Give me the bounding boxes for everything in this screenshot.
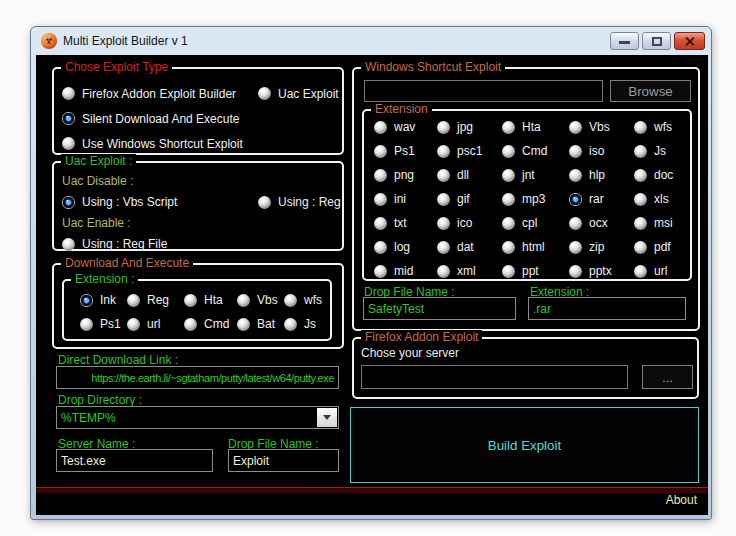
radio-icon[interactable] — [437, 241, 450, 254]
shortcut-target-input[interactable] — [364, 80, 603, 102]
radio-option-url[interactable]: url — [127, 312, 184, 336]
radio-icon[interactable] — [237, 294, 250, 307]
radio-icon[interactable] — [374, 193, 387, 206]
radio-icon[interactable] — [62, 238, 75, 251]
radio-option-ps1[interactable]: Ps1 — [374, 139, 437, 163]
radio-option-ini[interactable]: ini — [374, 187, 437, 211]
radio-icon[interactable] — [634, 265, 647, 278]
radio-option-using-reg-file[interactable]: Using : Reg File — [62, 232, 258, 256]
radio-option-dll[interactable]: dll — [437, 163, 502, 187]
drop-file-name-input[interactable]: Exploit — [228, 449, 339, 472]
radio-icon[interactable] — [374, 145, 387, 158]
drop-directory-dropdown[interactable]: %TEMP% — [56, 406, 339, 429]
radio-icon[interactable] — [284, 318, 297, 331]
radio-option-jnt[interactable]: jnt — [502, 163, 569, 187]
radio-option-msi[interactable]: msi — [634, 211, 690, 235]
radio-icon[interactable] — [569, 265, 582, 278]
radio-option-using-reg[interactable]: Using : Reg — [258, 190, 342, 214]
radio-option-hta[interactable]: Hta — [184, 288, 237, 312]
radio-option-doc[interactable]: doc — [634, 163, 690, 187]
radio-icon[interactable] — [569, 241, 582, 254]
radio-option-xls[interactable]: xls — [634, 187, 690, 211]
radio-option-uac-exploit[interactable]: Uac Exploit — [258, 81, 342, 106]
radio-icon[interactable] — [80, 318, 93, 331]
radio-option-pdf[interactable]: pdf — [634, 235, 690, 259]
radio-icon[interactable] — [62, 87, 75, 100]
direct-download-link-input[interactable]: https://the.earth.li/~sgtatham/putty/lat… — [56, 366, 339, 389]
radio-option-log[interactable]: log — [374, 235, 437, 259]
radio-icon[interactable] — [502, 217, 515, 230]
server-name-input[interactable]: Test.exe — [56, 449, 213, 472]
title-bar[interactable]: ☣ Multi Exploit Builder v 1 — [31, 27, 711, 55]
build-exploit-button[interactable]: Build Exploit — [350, 407, 699, 483]
wse-drop-file-name-input[interactable]: SafetyTest — [363, 297, 516, 320]
radio-option-hta[interactable]: Hta — [502, 115, 569, 139]
about-link[interactable]: About — [666, 493, 697, 507]
radio-selected-icon[interactable] — [569, 193, 582, 206]
radio-option-gif[interactable]: gif — [437, 187, 502, 211]
browse-button[interactable]: Browse — [610, 80, 691, 102]
maximize-button[interactable] — [642, 32, 671, 50]
radio-icon[interactable] — [437, 145, 450, 158]
radio-option-ocx[interactable]: ocx — [569, 211, 634, 235]
radio-option-wav[interactable]: wav — [374, 115, 437, 139]
radio-icon[interactable] — [502, 169, 515, 182]
radio-option-ps1[interactable]: Ps1 — [80, 312, 127, 336]
radio-icon[interactable] — [569, 217, 582, 230]
radio-option-jpg[interactable]: jpg — [437, 115, 502, 139]
radio-icon[interactable] — [374, 241, 387, 254]
radio-icon[interactable] — [237, 318, 250, 331]
radio-option-vbs[interactable]: Vbs — [569, 115, 634, 139]
radio-option-bat[interactable]: Bat — [237, 312, 284, 336]
radio-icon[interactable] — [437, 169, 450, 182]
radio-option-wfs[interactable]: wfs — [634, 115, 690, 139]
radio-option-dat[interactable]: dat — [437, 235, 502, 259]
radio-icon[interactable] — [437, 265, 450, 278]
radio-icon[interactable] — [437, 193, 450, 206]
radio-icon[interactable] — [634, 121, 647, 134]
radio-icon[interactable] — [258, 196, 271, 209]
radio-option-cpl[interactable]: cpl — [502, 211, 569, 235]
radio-selected-icon[interactable] — [80, 294, 93, 307]
radio-icon[interactable] — [502, 121, 515, 134]
firefox-server-input[interactable] — [361, 365, 628, 389]
radio-icon[interactable] — [569, 121, 582, 134]
radio-option-js[interactable]: Js — [284, 312, 330, 336]
radio-option-mid[interactable]: mid — [374, 259, 437, 283]
radio-option-cmd[interactable]: Cmd — [502, 139, 569, 163]
radio-icon[interactable] — [634, 217, 647, 230]
radio-icon[interactable] — [437, 217, 450, 230]
radio-option-xml[interactable]: xml — [437, 259, 502, 283]
radio-icon[interactable] — [502, 241, 515, 254]
dropdown-button[interactable] — [317, 408, 337, 427]
radio-option-ink[interactable]: Ink — [80, 288, 127, 312]
radio-option-vbs[interactable]: Vbs — [237, 288, 284, 312]
radio-option-hlp[interactable]: hlp — [569, 163, 634, 187]
radio-icon[interactable] — [184, 318, 197, 331]
radio-icon[interactable] — [284, 294, 297, 307]
radio-icon[interactable] — [569, 145, 582, 158]
radio-icon[interactable] — [374, 217, 387, 230]
radio-option-txt[interactable]: txt — [374, 211, 437, 235]
minimize-button[interactable] — [610, 32, 639, 50]
radio-icon[interactable] — [184, 294, 197, 307]
radio-option-use-windows-shortcut-exploit[interactable]: Use Windows Shortcut Exploit — [62, 131, 342, 156]
radio-option-pptx[interactable]: pptx — [569, 259, 634, 283]
radio-option-cmd[interactable]: Cmd — [184, 312, 237, 336]
radio-icon[interactable] — [502, 145, 515, 158]
radio-icon[interactable] — [634, 193, 647, 206]
radio-icon[interactable] — [258, 87, 271, 100]
radio-option-silent-download-and-execute[interactable]: Silent Download And Execute — [62, 106, 342, 131]
wse-extension-input[interactable]: .rar — [528, 297, 686, 320]
radio-option-mp3[interactable]: mp3 — [502, 187, 569, 211]
radio-icon[interactable] — [127, 294, 140, 307]
radio-option-wfs[interactable]: wfs — [284, 288, 330, 312]
radio-icon[interactable] — [374, 169, 387, 182]
radio-option-rar[interactable]: rar — [569, 187, 634, 211]
radio-option-psc1[interactable]: psc1 — [437, 139, 502, 163]
radio-option-url[interactable]: url — [634, 259, 690, 283]
firefox-server-browse-button[interactable]: ... — [642, 365, 693, 389]
radio-icon[interactable] — [634, 169, 647, 182]
radio-option-zip[interactable]: zip — [569, 235, 634, 259]
radio-icon[interactable] — [569, 169, 582, 182]
